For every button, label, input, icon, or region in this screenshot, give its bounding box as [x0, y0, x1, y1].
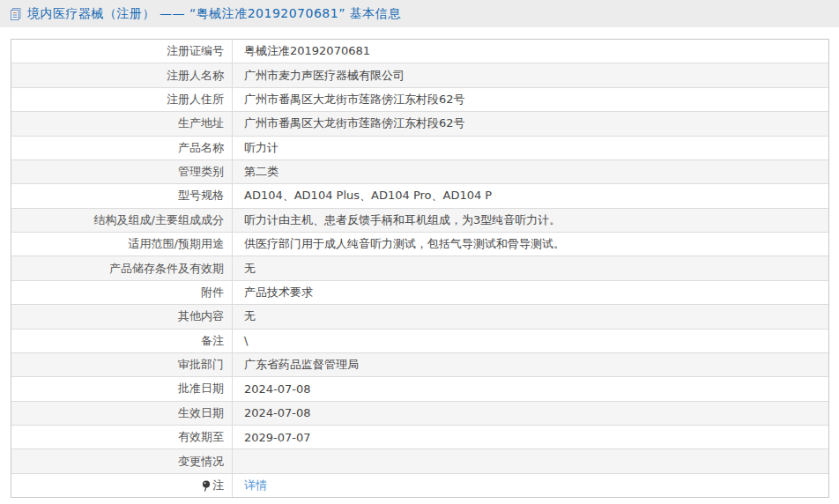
table-row: 注详情 [11, 474, 828, 497]
row-label: 管理类别 [11, 160, 233, 183]
row-value: 2024-07-08 [233, 402, 828, 425]
row-label-text: 产品名称 [178, 140, 224, 156]
row-label: 附件 [11, 281, 233, 304]
row-label-text: 产品储存条件及有效期 [109, 261, 224, 277]
row-label: 生产地址 [11, 112, 233, 135]
table-row: 有效期至2029-07-07 [11, 426, 828, 449]
table-row: 产品储存条件及有效期无 [11, 256, 828, 280]
row-label: 适用范围/预期用途 [11, 233, 233, 256]
table-row: 注册证编号粤械注准20192070681 [11, 40, 828, 63]
row-label-text: 注册证编号 [167, 43, 224, 59]
detail-link[interactable]: 详情 [244, 478, 267, 493]
row-label-text: 管理类别 [178, 164, 224, 180]
row-label: 产品储存条件及有效期 [11, 256, 233, 279]
row-label: 其他内容 [11, 305, 233, 328]
row-label: 产品名称 [11, 137, 233, 159]
row-value: 听力计 [233, 137, 828, 159]
table-row: 产品名称听力计 [11, 137, 828, 160]
table-row: 批准日期2024-07-08 [11, 377, 828, 401]
registration-info-table: 注册证编号粤械注准20192070681注册人名称广州市麦力声医疗器械有限公司注… [11, 39, 829, 498]
row-label-text: 附件 [201, 285, 224, 300]
row-value: 详情 [233, 474, 828, 497]
row-label-text: 适用范围/预期用途 [129, 236, 224, 252]
row-value: 广州市番禺区大龙街市莲路傍江东村段62号 [233, 112, 828, 135]
row-value: 第二类 [233, 160, 828, 183]
table-row: 备注\ [11, 330, 828, 353]
row-label: 批准日期 [11, 377, 233, 400]
table-row: 附件产品技术要求 [11, 281, 828, 305]
row-label: 审批部门 [11, 353, 233, 376]
table-row: 适用范围/预期用途供医疗部门用于成人纯音听力测试，包括气导测试和骨导测试。 [11, 233, 828, 256]
table-row: 审批部门广东省药品监督管理局 [11, 353, 828, 377]
row-value: 广州市麦力声医疗器械有限公司 [233, 63, 828, 86]
document-icon [9, 7, 22, 21]
row-label-text: 型号规格 [178, 188, 224, 204]
row-value: 供医疗部门用于成人纯音听力测试，包括气导测试和骨导测试。 [233, 233, 828, 256]
row-label: 注 [11, 474, 233, 497]
table-row: 生产地址广州市番禺区大龙街市莲路傍江东村段62号 [11, 112, 828, 136]
row-label: 备注 [11, 330, 233, 352]
row-value: 粤械注准20192070681 [233, 40, 828, 63]
row-label-text: 注 [212, 478, 224, 493]
row-label-text: 生产地址 [178, 115, 224, 131]
row-value: 无 [233, 305, 828, 328]
row-value: 广东省药品监督管理局 [233, 353, 828, 376]
table-row: 注册人名称广州市麦力声医疗器械有限公司 [11, 63, 828, 87]
row-value: 2024-07-08 [233, 377, 828, 400]
page-header: 境内医疗器械（注册） —— “粤械注准20192070681” 基本信息 [0, 0, 839, 27]
row-value [233, 449, 828, 472]
row-label-text: 变更情况 [178, 454, 224, 470]
row-value: AD104、AD104 Plus、AD104 Pro、AD104 P [233, 184, 828, 207]
table-row: 注册人住所广州市番禺区大龙街市莲路傍江东村段62号 [11, 88, 828, 112]
row-label-text: 批准日期 [178, 381, 224, 397]
table-row: 变更情况 [11, 449, 828, 473]
row-label: 有效期至 [11, 426, 233, 448]
row-label: 生效日期 [11, 402, 233, 425]
table-row: 生效日期2024-07-08 [11, 402, 828, 426]
row-value: 产品技术要求 [233, 281, 828, 304]
row-label: 结构及组成/主要组成成分 [11, 209, 233, 232]
table-row: 型号规格AD104、AD104 Plus、AD104 Pro、AD104 P [11, 184, 828, 208]
row-label-text: 注册人住所 [167, 92, 224, 107]
page-title: 境内医疗器械（注册） —— “粤械注准20192070681” 基本信息 [27, 6, 401, 22]
row-label-text: 生效日期 [178, 405, 224, 421]
table-row: 其他内容无 [11, 305, 828, 329]
row-value: 2029-07-07 [233, 426, 828, 448]
row-label-text: 注册人名称 [167, 68, 224, 84]
row-label: 注册人住所 [11, 88, 233, 111]
table-row: 结构及组成/主要组成成分听力计由主机、患者反馈手柄和耳机组成，为3型纯音听力计。 [11, 209, 828, 233]
note-pin-icon [202, 480, 211, 493]
row-label-text: 备注 [201, 333, 224, 349]
row-label-text: 审批部门 [178, 357, 224, 373]
row-value: \ [233, 330, 828, 352]
row-label-text: 结构及组成/主要组成成分 [94, 212, 224, 228]
row-value: 无 [233, 256, 828, 279]
row-value: 听力计由主机、患者反馈手柄和耳机组成，为3型纯音听力计。 [233, 209, 828, 232]
row-label: 变更情况 [11, 449, 233, 472]
row-value: 广州市番禺区大龙街市莲路傍江东村段62号 [233, 88, 828, 111]
row-label: 型号规格 [11, 184, 233, 207]
row-label: 注册证编号 [11, 40, 233, 63]
row-label: 注册人名称 [11, 63, 233, 86]
row-label-text: 有效期至 [178, 429, 224, 445]
row-label-text: 其他内容 [178, 308, 224, 324]
table-row: 管理类别第二类 [11, 160, 828, 184]
